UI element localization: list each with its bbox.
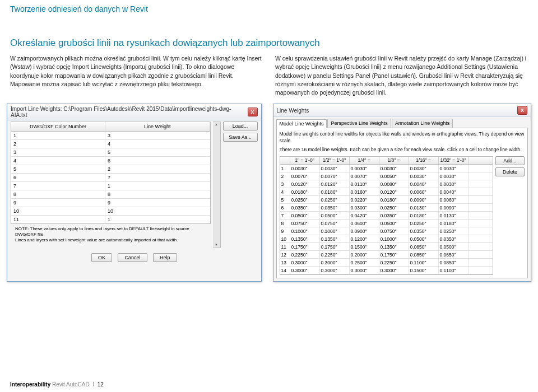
table-header: 1" = 1'-0"1/2" = 1'-0"1/4" =1/8" =1/16" …	[280, 157, 493, 165]
table-row[interactable]: 20.0070"0.0070"0.0070"0.0050"0.0030"0.00…	[280, 172, 493, 180]
table-row[interactable]: 88	[11, 190, 210, 199]
saveas-button[interactable]: Save As...	[223, 133, 258, 142]
page-footer: Interoperability Revit AutoCAD I 12	[10, 381, 104, 388]
description-text: Model line weights control line widths f…	[280, 131, 525, 144]
table-row[interactable]: 110.1750"0.1750"0.1500"0.1350"0.0650"0.0…	[280, 243, 493, 251]
ok-button[interactable]: OK	[91, 253, 112, 262]
column-header: 1" = 1'-0"	[290, 157, 320, 164]
import-lineweights-dialog: Import Line Weights: C:\Program Files\Au…	[7, 104, 262, 282]
table-body: 10.0030"0.0030"0.0030"0.0030"0.0030"0.00…	[280, 165, 493, 274]
column-header: 1/4" =	[350, 157, 379, 164]
dialog-title: Line Weights	[277, 108, 309, 114]
close-icon[interactable]: X	[248, 108, 258, 116]
description-text: There are 16 model line weights. Each ca…	[280, 147, 525, 153]
table-row[interactable]: 24	[11, 140, 210, 148]
note-text: NOTE: These values only apply to lines a…	[15, 226, 206, 237]
table-row[interactable]: 120.2250"0.2250"0.2000"0.1750"0.0850"0.0…	[280, 251, 493, 259]
column-header: DWG/DXF Color Number	[11, 122, 105, 131]
tab-perspective[interactable]: Perspective Line Weights	[327, 119, 391, 128]
page-title: Określanie grubości linii na rysunkach d…	[10, 37, 528, 49]
column-header: Line Weight	[105, 122, 210, 131]
table-row[interactable]: 46	[11, 157, 210, 165]
table-row[interactable]: 80.0750"0.0750"0.0600"0.0500"0.0250"0.01…	[280, 220, 493, 227]
table-row[interactable]: 30.0120"0.0120"0.0110"0.0080"0.0040"0.00…	[280, 180, 493, 188]
table-row[interactable]: 100.1350"0.1350"0.1200"0.1000"0.0500"0.0…	[280, 235, 493, 243]
table-row[interactable]: 1010	[11, 207, 210, 216]
table-row[interactable]: 10.0030"0.0030"0.0030"0.0030"0.0030"0.00…	[280, 165, 493, 172]
table-row[interactable]: 99	[11, 199, 210, 207]
lineweights-dialog: Line Weights X Model Line Weights Perspe…	[273, 104, 532, 282]
cancel-button[interactable]: Cancel	[118, 253, 147, 262]
table-row[interactable]: 50.0250"0.0250"0.0220"0.0180"0.0090"0.00…	[280, 196, 493, 204]
table-row[interactable]: 13	[11, 132, 210, 140]
table-row[interactable]: 67	[11, 174, 210, 182]
column-header: 1/32" = 1'-0"	[439, 157, 469, 164]
table-row[interactable]: 70.0500"0.0500"0.0420"0.0350"0.0180"0.01…	[280, 212, 493, 220]
column-header: 1/8" =	[379, 157, 409, 164]
breadcrumb: Tworzenie odniesień do danych w Revit	[0, 0, 538, 16]
tab-annotation[interactable]: Annotation Line Weights	[392, 119, 453, 128]
column-header: 1/16" =	[409, 157, 439, 164]
table-row[interactable]: 140.3000"0.3000"0.3000"0.3000"0.1500"0.1…	[280, 267, 493, 274]
add-button[interactable]: Add...	[495, 156, 525, 165]
tab-model[interactable]: Model Line Weights	[276, 119, 327, 128]
delete-button[interactable]: Delete	[495, 167, 525, 176]
note-text: Lines and layers with set lineweight val…	[15, 237, 206, 243]
body-text-right: W celu sprawdzenia ustawień grubości lin…	[275, 54, 528, 97]
close-icon[interactable]: X	[517, 106, 527, 115]
scrollbar[interactable]	[213, 122, 221, 248]
dialog-title: Import Line Weights: C:\Program Files\Au…	[11, 106, 248, 118]
table-row[interactable]: 52	[11, 165, 210, 174]
table-row[interactable]: 35	[11, 148, 210, 157]
body-text-left: W zaimportowanych plikach można określać…	[10, 54, 263, 97]
table-row[interactable]: 60.0350"0.0350"0.0300"0.0250"0.0130"0.00…	[280, 204, 493, 212]
table-row[interactable]: 130.3000"0.3000"0.2500"0.2250"0.1100"0.0…	[280, 259, 493, 267]
table-row[interactable]: 90.1000"0.1000"0.0900"0.0750"0.0350"0.02…	[280, 227, 493, 235]
help-button[interactable]: Help	[153, 253, 177, 262]
column-header	[280, 157, 290, 164]
table-row[interactable]: 71	[11, 182, 210, 190]
table-row[interactable]: 111	[11, 216, 210, 224]
load-button[interactable]: Load...	[223, 122, 258, 130]
table-row[interactable]: 40.0180"0.0180"0.0160"0.0120"0.0060"0.00…	[280, 188, 493, 196]
column-header: 1/2" = 1'-0"	[320, 157, 350, 164]
table-body: 1324354652677188991010111122	[11, 132, 211, 224]
